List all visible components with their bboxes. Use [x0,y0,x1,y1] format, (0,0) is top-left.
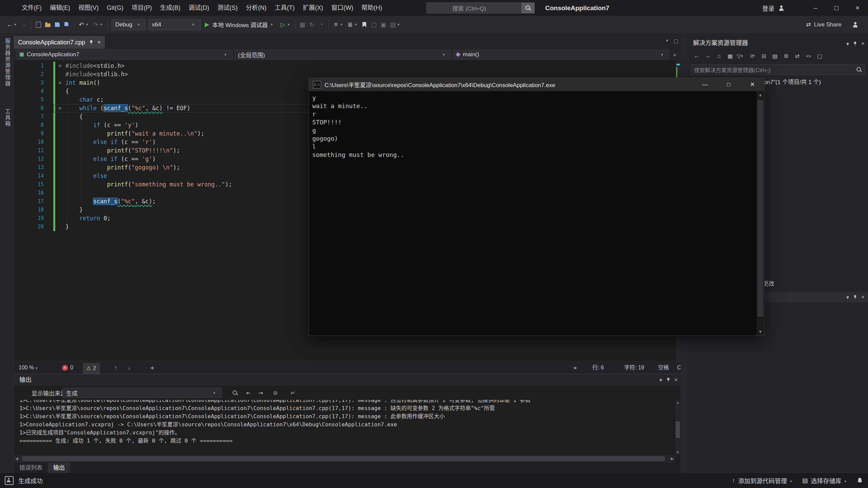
line-number[interactable]: 1 [14,62,48,70]
console-window[interactable]: C:\ C:\Users\半笙夏凉\source\repos\ConsoleAp… [309,78,765,336]
column-indicator[interactable]: 字符: 19 [624,361,644,374]
navigate-to-icon[interactable]: ≣ [346,19,355,30]
hot-reload-icon[interactable]: ↻ [307,19,317,30]
se-properties-icon[interactable]: ⚙ [781,51,792,61]
navigate-backward-caret-icon[interactable]: ▾ [14,22,19,27]
line-number[interactable]: 5 [14,96,48,104]
line-number[interactable]: 9 [14,129,48,138]
attach-to-process-icon[interactable]: ▦ [298,19,307,30]
line-number[interactable]: 4 [14,87,48,96]
start-without-debugging-icon[interactable]: ▷ [278,19,288,30]
zoom-control[interactable]: 100 % ▾ [19,361,37,374]
console-maximize-icon[interactable]: □ [717,78,741,91]
document-list-caret-icon[interactable]: ▾ [666,38,668,44]
member-dropdown[interactable]: main() ▾ [453,50,669,59]
add-to-source-control-button[interactable]: ↑ 添加到源代码管理 ▴ [732,476,792,485]
find-in-files-caret-icon[interactable]: ▾ [341,22,346,27]
tab-error-list[interactable]: 错误列表 [14,463,48,473]
hscroll-right-icon[interactable]: ▶ [574,361,577,374]
line-number[interactable]: 15 [14,180,48,189]
tab-output[interactable]: 输出 [48,463,70,473]
close-icon[interactable]: × [847,0,868,16]
line-number[interactable]: 14 [14,172,48,180]
scrollbar-thumb[interactable] [22,456,665,461]
line-number[interactable]: 12 [14,155,48,163]
line-indicator[interactable]: 行: 6 [592,361,604,374]
sign-in-button[interactable]: 登录 [762,0,784,16]
notifications-bell-icon[interactable] [856,477,863,484]
next-issue-icon[interactable]: ↓ [128,361,131,374]
toggle-bookmark-icon[interactable]: ▢ [369,19,379,30]
se-collapse-all-icon[interactable]: ⊟ [758,51,769,61]
new-file-icon[interactable] [34,19,43,30]
fold-marker-icon[interactable]: ⊟ [55,104,65,113]
output-close-icon[interactable]: × [674,374,678,386]
minimize-icon[interactable]: – [805,0,826,16]
gc-pin-icon[interactable] [853,292,857,302]
pin-icon[interactable] [89,40,93,45]
live-share-button[interactable]: ⇄ Live Share [806,21,842,28]
console-minimize-icon[interactable]: — [693,78,717,91]
undo-icon[interactable]: ↶ [77,19,86,30]
output-pin-icon[interactable] [666,374,670,386]
menu-item[interactable]: 工具(T) [271,0,299,16]
menu-item[interactable]: 项目(P) [127,0,156,16]
se-forward-icon[interactable]: → [702,51,713,61]
console-title-bar[interactable]: C:\ C:\Users\半笙夏凉\source\repos\ConsoleAp… [309,78,764,91]
console-output[interactable]: ywait a minute..rSTOP!!!!ggogogo)lsometh… [309,91,756,336]
navigate-backward-icon[interactable]: ← [5,19,14,30]
line-number[interactable]: 19 [14,214,48,223]
solution-explorer-search[interactable]: 搜索解决方案资源管理器(Ctrl+;) [691,64,865,75]
line-number[interactable]: 3 [14,79,48,87]
se-close-icon[interactable]: × [861,38,865,49]
gc-window-caret-icon[interactable]: ▾ [846,292,849,302]
menu-item[interactable]: 调试(D) [184,0,213,16]
se-filter-icon[interactable]: ▽▾ [736,51,747,61]
line-number[interactable]: 11 [14,146,48,155]
scroll-down-icon[interactable]: ▼ [675,450,680,454]
se-pin-icon[interactable] [853,38,857,49]
output-source-select[interactable]: 生成 ▾ [62,388,222,398]
start-debugging-button[interactable]: ▶ 本地 Windows 调试器 ▾ [202,19,278,30]
warning-count[interactable]: ⚠2 [83,363,100,374]
feedback-icon[interactable] [850,19,860,30]
se-view-code-icon[interactable]: <> [803,51,814,61]
clear-all-icon[interactable]: ⊘ [270,388,280,398]
menu-item[interactable]: 扩展(X) [299,0,327,16]
console-scroll-up-icon[interactable]: ▲ [756,93,764,97]
find-message-icon[interactable] [230,388,240,398]
se-home-icon[interactable]: ⌂ [713,51,725,61]
line-number[interactable]: 13 [14,163,48,172]
scroll-up-icon[interactable]: ▲ [675,401,680,404]
menu-item[interactable]: 编辑(E) [46,0,74,16]
gc-close-icon[interactable]: × [861,292,865,302]
console-scroll-down-icon[interactable]: ▼ [756,329,764,334]
search-button[interactable] [521,3,534,13]
split-window-icon[interactable]: ≡ [670,52,679,58]
toolbox-tab[interactable]: 工具箱 [3,108,11,127]
se-preview-icon[interactable]: ▢ [814,51,825,61]
line-number[interactable]: 8 [14,121,48,129]
goto-prev-message-icon[interactable]: ⇤ [243,388,254,398]
fold-marker-icon[interactable]: ⊟ [55,62,65,70]
menu-item[interactable]: Git(G) [103,0,127,16]
line-number[interactable]: 20 [14,223,48,231]
save-icon[interactable] [53,19,62,30]
menu-item[interactable]: 文件(F) [18,0,46,16]
menu-item[interactable]: 测试(S) [213,0,242,16]
menu-item[interactable]: 视图(V) [74,0,103,16]
output-window-caret-icon[interactable]: ▾ [659,374,662,386]
solution-configuration-select[interactable]: Debug ▾ [112,19,145,30]
console-scrollbar-thumb[interactable] [757,100,763,317]
line-number[interactable]: 2 [14,70,48,79]
spaces-indicator[interactable]: 空格 [658,361,669,374]
feedback-icon[interactable] [5,476,14,485]
solution-platform-select[interactable]: x64 ▾ [148,19,201,30]
se-show-all-files-icon[interactable]: ▤ [769,51,781,61]
close-tab-icon[interactable]: × [97,39,101,46]
line-number[interactable]: 6 [14,104,48,113]
se-refresh-icon[interactable]: ⟳ [747,51,758,61]
line-number[interactable]: 16 [14,189,48,197]
se-switch-views-icon[interactable]: ▦ [725,51,736,61]
se-window-caret-icon[interactable]: ▾ [846,38,849,49]
